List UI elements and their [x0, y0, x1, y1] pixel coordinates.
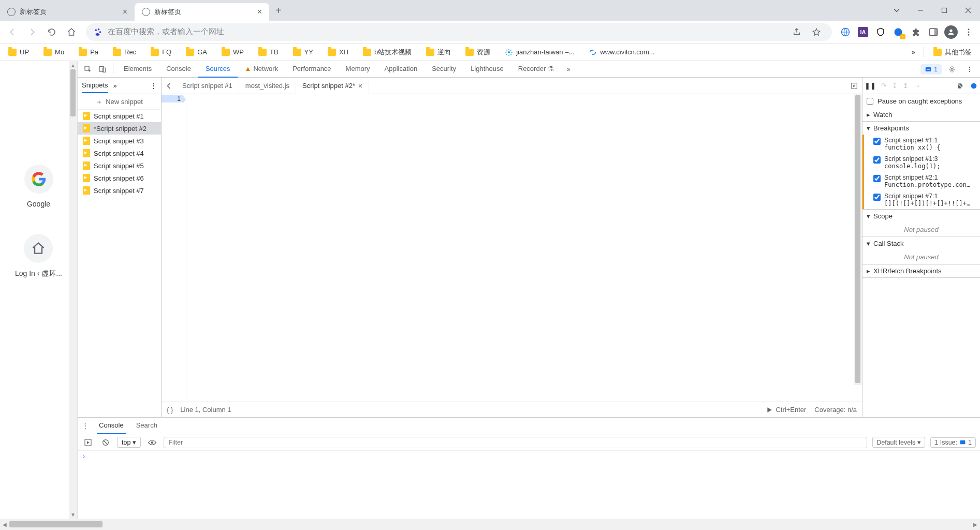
tab-recorder[interactable]: Recorder⚗: [511, 61, 561, 78]
bookmark-item[interactable]: jianzhan-taiwan –...: [500, 46, 579, 58]
run-in-scope-icon[interactable]: [846, 82, 862, 90]
browser-tab-2[interactable]: 新标签页 ×: [135, 3, 269, 21]
maximize-button[interactable]: [932, 0, 956, 21]
tab-security[interactable]: Security: [425, 61, 463, 78]
scroll-thumb[interactable]: [855, 95, 860, 383]
snippet-item[interactable]: *Script snippet #2: [78, 122, 161, 135]
tab-console[interactable]: Console: [159, 61, 198, 78]
share-icon[interactable]: [788, 24, 805, 40]
snippet-item[interactable]: Script snippet #5: [78, 159, 161, 172]
more-tabs-icon[interactable]: »: [561, 62, 576, 77]
tab-lighthouse[interactable]: Lighthouse: [463, 61, 511, 78]
omnibox[interactable]: 在百度中搜索，或者输入一个网址: [86, 23, 832, 41]
editor-tab[interactable]: most_visited.js: [239, 78, 296, 94]
extension-shield-icon[interactable]: [872, 24, 889, 40]
back-button[interactable]: [3, 23, 22, 41]
device-icon[interactable]: [95, 62, 110, 77]
breakpoint-item[interactable]: Script snippet #2:1Function.prototype.co…: [862, 172, 980, 190]
close-icon[interactable]: ×: [120, 6, 130, 18]
breakpoints-section-header[interactable]: ▾Breakpoints: [862, 122, 980, 135]
bp-checkbox[interactable]: [873, 138, 881, 145]
chevron-down-icon[interactable]: [885, 0, 909, 21]
execution-context-dropdown[interactable]: top▾: [117, 437, 141, 448]
minimize-button[interactable]: [909, 0, 932, 21]
ntp-shortcut-google[interactable]: Google: [24, 165, 53, 208]
tab-memory[interactable]: Memory: [339, 61, 377, 78]
scroll-down-icon[interactable]: ▼: [69, 510, 77, 519]
more-panes-icon[interactable]: »: [113, 82, 117, 90]
step-out-icon[interactable]: ↥: [903, 82, 909, 90]
bp-checkbox[interactable]: [873, 194, 881, 201]
bp-checkbox[interactable]: [873, 175, 881, 182]
kebab-icon[interactable]: ⋮: [150, 82, 157, 90]
extensions-menu-icon[interactable]: [908, 24, 924, 40]
scroll-thumb[interactable]: [9, 521, 103, 527]
snippet-item[interactable]: Script snippet #1: [78, 110, 161, 122]
pretty-print-icon[interactable]: { }: [167, 406, 173, 414]
live-expression-icon[interactable]: [146, 438, 158, 447]
scroll-left-icon[interactable]: ◀: [0, 522, 9, 527]
bookmark-item[interactable]: TB: [253, 46, 284, 58]
bookmark-item[interactable]: 资源: [460, 46, 495, 59]
editor-tab[interactable]: Script snippet #1: [176, 78, 239, 94]
deactivate-breakpoints-icon[interactable]: [956, 82, 964, 90]
kebab-icon[interactable]: [962, 62, 977, 77]
profile-avatar[interactable]: [943, 24, 959, 40]
bookmark-item[interactable]: Mo: [38, 46, 69, 58]
breakpoint-item[interactable]: Script snippet #7:1[][(![]+[])[!+[]+!![]…: [862, 190, 980, 209]
issues-indicator[interactable]: 1 Issue: 1: [930, 437, 976, 448]
bookmark-item[interactable]: Rec: [108, 46, 141, 58]
bookmark-item[interactable]: www.civilcn.com...: [583, 46, 660, 58]
star-icon[interactable]: [808, 24, 825, 40]
nav-back-icon[interactable]: [162, 83, 176, 89]
new-snippet-button[interactable]: ＋ New snippet: [78, 94, 161, 110]
filter-input[interactable]: [164, 437, 867, 448]
pause-on-exceptions[interactable]: Pause on caught exceptions: [862, 94, 980, 108]
pause-icon[interactable]: ❚❚: [865, 82, 876, 90]
log-levels-dropdown[interactable]: Default levels▾: [872, 437, 925, 448]
snippet-item[interactable]: Script snippet #4: [78, 147, 161, 159]
tab-performance[interactable]: Performance: [285, 61, 338, 78]
scroll-thumb[interactable]: [70, 69, 76, 116]
tab-network[interactable]: ▲Network: [238, 61, 286, 78]
callstack-section-header[interactable]: ▾Call Stack: [862, 237, 980, 250]
breakpoints-active-icon[interactable]: [970, 82, 978, 90]
home-button[interactable]: [62, 23, 81, 41]
xhr-section-header[interactable]: ▸XHR/fetch Breakpoints: [862, 264, 980, 277]
close-icon[interactable]: ×: [358, 82, 362, 90]
forward-button[interactable]: [23, 23, 41, 41]
bookmark-item[interactable]: GA: [181, 46, 212, 58]
other-bookmarks[interactable]: 其他书签: [928, 46, 977, 59]
run-snippet-button[interactable]: Ctrl+Enter: [766, 406, 806, 414]
reload-button[interactable]: [42, 23, 61, 41]
watch-section-header[interactable]: ▸Watch: [862, 108, 980, 121]
kebab-icon[interactable]: ⋮: [82, 422, 89, 430]
console-body[interactable]: ›: [78, 451, 980, 519]
gear-icon[interactable]: [945, 62, 959, 77]
close-icon[interactable]: ×: [254, 6, 265, 18]
scroll-right-icon[interactable]: ▶: [971, 522, 980, 527]
tab-application[interactable]: Application: [377, 61, 425, 78]
bookmark-item[interactable]: FQ: [145, 46, 177, 58]
bookmark-item[interactable]: b站技术视频: [358, 46, 417, 59]
tab-elements[interactable]: Elements: [116, 61, 159, 78]
editor-body[interactable]: 1: [162, 94, 862, 402]
tab-sources[interactable]: Sources: [198, 61, 238, 78]
os-scrollbar[interactable]: ◀ ▶: [0, 519, 980, 530]
browser-tab-1[interactable]: 新标签页 ×: [0, 3, 135, 21]
snippet-item[interactable]: Script snippet #6: [78, 172, 161, 184]
bookmark-overflow[interactable]: »: [908, 48, 919, 56]
step-icon[interactable]: →: [914, 82, 920, 90]
chrome-menu-icon[interactable]: [960, 24, 977, 40]
breakpoint-item[interactable]: Script snippet #1:1function xx() {: [862, 135, 980, 153]
tab-search[interactable]: Search: [134, 418, 159, 434]
clear-console-icon[interactable]: [99, 438, 112, 447]
scope-section-header[interactable]: ▾Scope: [862, 210, 980, 223]
snippet-item[interactable]: Script snippet #3: [78, 135, 161, 147]
editor-tab[interactable]: Script snippet #2*×: [296, 78, 369, 94]
pause-caught-checkbox[interactable]: [867, 98, 873, 105]
sidepanel-icon[interactable]: [925, 24, 942, 40]
step-over-icon[interactable]: ↷: [881, 82, 887, 90]
bp-checkbox[interactable]: [873, 156, 881, 164]
code-text[interactable]: [186, 94, 862, 402]
